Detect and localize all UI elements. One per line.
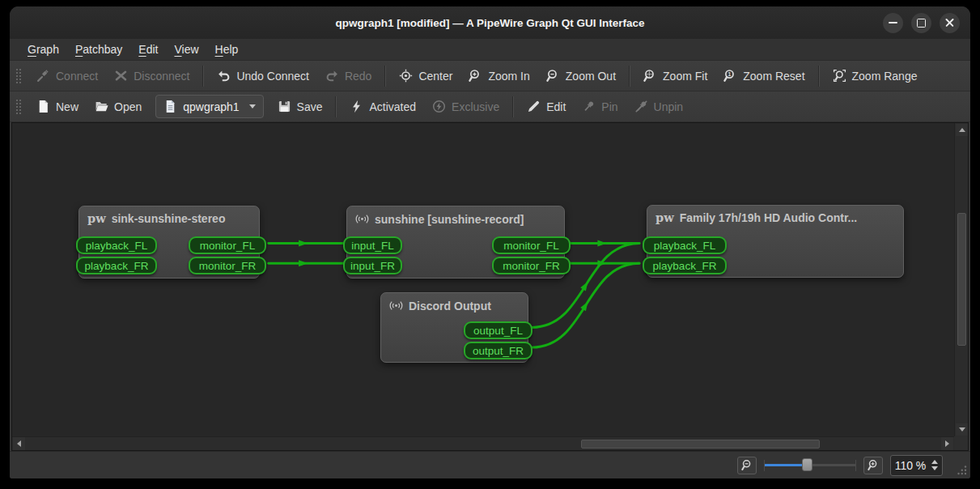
minimize-button[interactable] <box>883 13 903 33</box>
zoom-slider-fill <box>764 464 808 467</box>
toolbar-separator <box>629 66 630 87</box>
node-title: sunshine [sunshine-record] <box>375 213 524 226</box>
undo-connect-button[interactable]: Undo Connect <box>210 65 316 87</box>
svg-text:1: 1 <box>728 71 732 77</box>
node-header[interactable]: Discord Output <box>381 293 528 313</box>
toolbar-separator <box>818 66 820 87</box>
spin-up-button[interactable] <box>931 460 938 464</box>
menu-patchbay[interactable]: Patchbay <box>67 41 130 57</box>
zoom-value: 110 % <box>891 459 930 472</box>
zoom-out-button[interactable] <box>737 457 757 474</box>
app-window: qpwgraph1 [modified] — A PipeWire Graph … <box>10 6 970 478</box>
resize-grip[interactable] <box>957 465 967 475</box>
vertical-scrollbar[interactable] <box>954 123 968 436</box>
save-button[interactable]: Save <box>270 96 330 117</box>
patchbay-profile-value: qpwgraph1 <box>183 100 239 113</box>
connect-button[interactable]: Connect <box>29 65 105 87</box>
connections-layer <box>12 123 954 436</box>
toolbar-handle[interactable] <box>15 68 22 84</box>
node-sink[interactable]: pwsink-sunshine-stereoplayback_FLplaybac… <box>78 206 260 279</box>
zoom-in-button[interactable]: Zoom In <box>461 65 537 87</box>
port-family-playback-fl[interactable]: playback_FL <box>643 236 727 254</box>
port-sink-playback-fr[interactable]: playback_FR <box>76 257 157 274</box>
toolbar-button-label: Zoom Range <box>852 70 918 83</box>
close-button[interactable] <box>940 13 960 33</box>
menu-graph[interactable]: Graph <box>19 41 67 57</box>
patchbay-profile-combobox[interactable]: qpwgraph1 <box>155 95 263 118</box>
toolbar-button-label: Connect <box>56 70 98 83</box>
titlebar[interactable]: qpwgraph1 [modified] — A PipeWire Graph … <box>10 6 970 39</box>
maximize-button[interactable] <box>911 13 931 33</box>
menu-help[interactable]: Help <box>207 41 247 57</box>
edit-button[interactable]: Edit <box>520 96 573 117</box>
pipewire-icon: pw <box>655 212 674 224</box>
arrow-left-icon <box>17 440 21 447</box>
toolbar-button-label: Edit <box>546 100 566 113</box>
center-button[interactable]: Center <box>392 65 460 87</box>
toolbar-handle[interactable] <box>15 99 22 115</box>
connection-arrow-icon <box>299 260 308 266</box>
activated-button[interactable]: Activated <box>342 96 423 117</box>
file-icon <box>163 100 177 113</box>
toolbar-button-label: Zoom In <box>488 70 529 83</box>
port-sink-monitor-fr[interactable]: monitor_FR <box>189 257 266 274</box>
port-sunshine-input-fr[interactable]: input_FR <box>343 257 402 274</box>
port-sunshine-monitor-fl[interactable]: monitor_FL <box>492 236 571 254</box>
zoom-slider[interactable] <box>764 457 856 474</box>
port-family-playback-fr[interactable]: playback_FR <box>643 257 727 274</box>
scroll-up-button[interactable] <box>956 124 968 136</box>
node-family[interactable]: pwFamily 17h/19h HD Audio Contr...playba… <box>647 205 904 278</box>
zoom-in-button[interactable] <box>863 457 883 474</box>
port-sink-playback-fl[interactable]: playback_FL <box>76 236 157 254</box>
menu-edit[interactable]: Edit <box>130 41 166 57</box>
new-button[interactable]: New <box>29 96 86 117</box>
redo-button[interactable]: Redo <box>318 65 379 87</box>
node-header[interactable]: sunshine [sunshine-record] <box>347 206 564 226</box>
toolbar-button-label: Zoom Fit <box>663 70 707 83</box>
port-discord-output-fr[interactable]: output_FR <box>464 342 532 359</box>
bolt-icon <box>350 100 363 113</box>
node-header[interactable]: pwsink-sunshine-stereo <box>79 206 259 225</box>
pin-button[interactable]: Pin <box>575 96 625 117</box>
zoom-range-button[interactable]: Zoom Range <box>825 65 925 87</box>
save-icon <box>278 100 291 113</box>
toolbar-separator <box>512 96 514 117</box>
zoom-spinbox[interactable]: 110 % <box>890 455 943 476</box>
disconnect-button[interactable]: Disconnect <box>107 65 197 87</box>
open-button[interactable]: Open <box>87 96 149 117</box>
graph-canvas[interactable]: pwsink-sunshine-stereoplayback_FLplaybac… <box>11 122 969 451</box>
zoom-out-button[interactable]: Zoom Out <box>539 65 623 87</box>
spin-down-button[interactable] <box>931 466 938 470</box>
node-title: sink-sunshine-stereo <box>112 212 226 225</box>
zoom-reset-icon: 1 <box>723 69 737 83</box>
zoom-out-icon <box>741 459 753 471</box>
horizontal-scrollbar[interactable] <box>12 436 954 450</box>
zoom-fit-button[interactable]: Zoom Fit <box>636 65 715 87</box>
zoom-reset-button[interactable]: 1Zoom Reset <box>716 65 812 87</box>
toolbar-button-label: Zoom Reset <box>743 70 804 83</box>
scroll-down-button[interactable] <box>956 423 968 436</box>
window-controls <box>883 6 960 39</box>
port-sunshine-monitor-fr[interactable]: monitor_FR <box>492 257 571 274</box>
toolbar-separator <box>384 66 386 87</box>
port-sunshine-input-fl[interactable]: input_FL <box>343 236 402 254</box>
scroll-right-button[interactable] <box>941 437 953 450</box>
graph-viewport[interactable]: pwsink-sunshine-stereoplayback_FLplaybac… <box>12 123 954 436</box>
toolbar-separator <box>202 66 204 87</box>
exclusive-button[interactable]: Exclusive <box>425 96 507 117</box>
unpin-button[interactable]: Unpin <box>627 96 691 117</box>
node-sunshine[interactable]: sunshine [sunshine-record]input_FLinput_… <box>346 206 565 279</box>
port-discord-output-fl[interactable]: output_FL <box>464 321 532 339</box>
menubar: GraphPatchbayEditViewHelp <box>10 39 970 61</box>
node-header[interactable]: pwFamily 17h/19h HD Audio Contr... <box>647 206 903 224</box>
toolbar-separator <box>335 96 337 117</box>
vertical-scrollbar-thumb[interactable] <box>957 213 966 346</box>
node-discord[interactable]: Discord Outputoutput_FLoutput_FR <box>380 292 528 363</box>
menu-view[interactable]: View <box>166 41 206 57</box>
zoom-slider-handle[interactable] <box>802 458 812 471</box>
port-sink-monitor-fl[interactable]: monitor_FL <box>189 236 266 254</box>
toolbar-button-label: Open <box>114 100 142 113</box>
horizontal-scrollbar-thumb[interactable] <box>581 440 820 449</box>
scroll-left-button[interactable] <box>13 437 25 450</box>
toolbar-button-label: Exclusive <box>452 100 499 113</box>
